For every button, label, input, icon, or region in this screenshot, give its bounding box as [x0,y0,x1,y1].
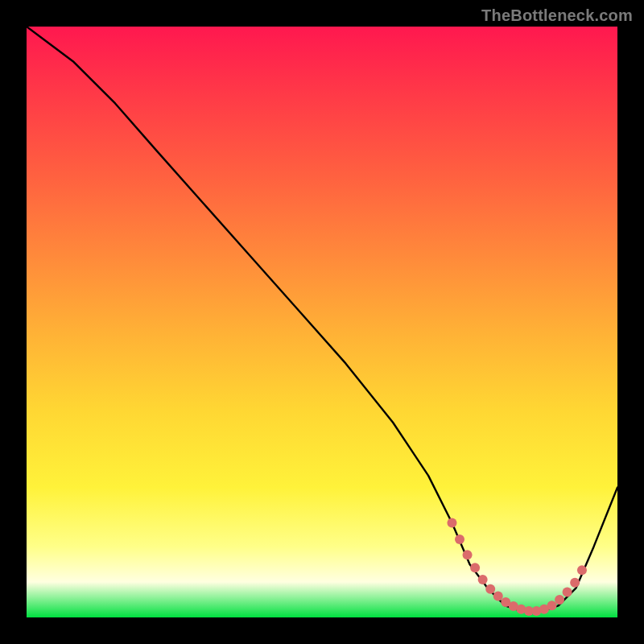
curve-layer [27,27,617,617]
svg-point-4 [478,575,488,584]
svg-point-17 [577,565,587,575]
svg-point-2 [463,550,473,559]
svg-point-14 [555,595,564,605]
svg-point-15 [563,587,572,597]
svg-point-16 [570,578,580,588]
svg-point-13 [547,601,557,610]
plot-area [27,27,617,617]
svg-point-3 [470,563,480,572]
marker-points [447,518,586,616]
watermark-text: TheBottleneck.com [481,6,633,25]
svg-point-6 [493,592,503,601]
svg-point-5 [485,584,495,594]
svg-point-1 [455,535,464,544]
curve-path [27,27,617,612]
chart-stage: TheBottleneck.com [0,0,644,644]
svg-point-0 [447,518,456,528]
